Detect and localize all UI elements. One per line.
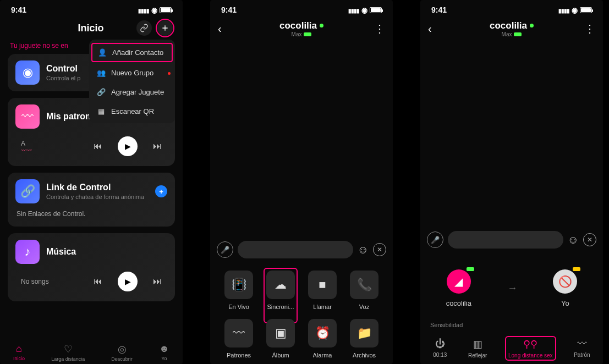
link-note: Sin Enlaces de Control.	[15, 208, 167, 220]
wifi-icon	[151, 5, 157, 14]
pattern-icon: 〰	[224, 319, 253, 348]
online-dot-icon	[320, 24, 323, 27]
wifi-icon	[572, 5, 578, 14]
more-button[interactable]: ⋮	[372, 22, 385, 35]
action-patterns[interactable]: 〰 Patrones	[220, 319, 257, 359]
dropdown-add-toy-label: Agregar Juguete	[111, 88, 164, 96]
more-button[interactable]: ⋮	[582, 22, 595, 35]
prev-button[interactable]: ⏮	[94, 141, 102, 151]
remote-user: ◢ cocolilia	[446, 269, 471, 307]
screen-chat: 9:41 ‹ cocolilia Max ⋮ 🎤 ☺ ✕	[210, 0, 393, 364]
nav-long-distance[interactable]: ♡ Larga distancia	[51, 343, 85, 362]
link-title: Link de Control	[46, 183, 149, 192]
user-pair: ◢ cocolilia → 🚫 Yo	[428, 264, 595, 311]
alarm-icon: ⏰	[308, 319, 337, 348]
local-user-label: Yo	[561, 299, 569, 307]
dropdown-add-contact[interactable]: 👤 Añadir Contacto	[91, 43, 173, 62]
bottom-nav: ⌂ Inicio ♡ Larga distancia ◎ Descubrir ☻…	[0, 340, 183, 364]
status-icons	[348, 5, 382, 14]
signal-icon	[348, 5, 359, 14]
link-icon-button[interactable]	[136, 20, 152, 36]
chat-header: ‹ cocolilia Max ⋮	[420, 16, 603, 41]
next-button[interactable]: ⏭	[153, 141, 162, 151]
session-pattern-label: Patrón	[574, 352, 590, 358]
action-call[interactable]: ■ Llamar	[304, 271, 341, 310]
plus-button[interactable]	[157, 20, 173, 36]
plus-dropdown: 👤 Añadir Contacto 👥 Nuevo Grupo 🔗 Agrega…	[89, 40, 175, 123]
folder-icon: 📁	[350, 319, 378, 348]
chat-body[interactable]	[210, 41, 393, 236]
home-icon: ⌂	[16, 343, 22, 355]
nav-discover[interactable]: ◎ Descubrir	[111, 343, 133, 362]
chat-device-label: Max	[292, 31, 302, 37]
session-bottom-bar: ⏻ 00:13 ▥ Reflejar ⚲⚲ Long distance sex …	[420, 332, 603, 364]
action-alarm[interactable]: ⏰ Alarma	[304, 319, 341, 359]
emoji-button[interactable]: ☺	[358, 244, 369, 256]
music-prev-button[interactable]: ⏮	[94, 277, 102, 286]
battery-bar-icon	[514, 32, 522, 36]
wifi-icon	[361, 5, 367, 14]
action-alarm-label: Alarma	[313, 352, 332, 359]
music-track-label: No songs	[21, 278, 49, 285]
add-link-button[interactable]: +	[155, 185, 167, 197]
music-next-button[interactable]: ⏭	[153, 277, 162, 286]
remote-user-label: cocolilia	[446, 299, 471, 307]
control-link-card[interactable]: 🔗 Link de Control Controla y chatea de f…	[8, 173, 175, 227]
message-input[interactable]	[448, 231, 563, 249]
emoji-button[interactable]: ☺	[568, 234, 579, 246]
back-button[interactable]: ‹	[428, 23, 441, 35]
back-button[interactable]: ‹	[218, 23, 231, 35]
image-icon: ▣	[266, 319, 295, 348]
phone-icon: 📞	[350, 271, 378, 299]
action-patterns-label: Patrones	[227, 352, 251, 359]
action-grid: 📳 En Vivo ☁ Sincroni... ■ Llamar 📞 Voz	[210, 263, 393, 364]
dropdown-scan-qr-label: Escanear QR	[111, 107, 154, 115]
chat-device: Max	[441, 31, 582, 37]
remote-avatar[interactable]: ◢	[447, 269, 471, 294]
nav-home[interactable]: ⌂ Inicio	[13, 343, 25, 362]
status-icons	[558, 5, 592, 14]
dropdown-add-contact-label: Añadir Contacto	[112, 48, 163, 57]
close-button[interactable]: ✕	[583, 233, 596, 246]
chat-title: cocolilia	[279, 20, 323, 31]
page-title: Inicio	[45, 23, 136, 34]
mic-button[interactable]: 🎤	[427, 231, 443, 248]
action-call-label: Llamar	[313, 304, 332, 310]
chat-name: cocolilia	[279, 20, 317, 31]
chat-header: ‹ cocolilia Max ⋮	[210, 16, 393, 41]
action-voice[interactable]: 📞 Voz	[345, 271, 383, 310]
action-sync[interactable]: ☁ Sincroni...	[262, 271, 299, 310]
session-long-distance[interactable]: ⚲⚲ Long distance sex	[505, 336, 556, 361]
music-icon: ♪	[15, 240, 40, 264]
status-bar: 9:41	[420, 0, 603, 16]
chat-title: cocolilia	[490, 20, 534, 31]
nav-long-distance-label: Larga distancia	[51, 356, 85, 362]
mic-button[interactable]: 🎤	[217, 241, 233, 258]
music-play-button[interactable]: ▶	[118, 272, 138, 291]
cloud-sync-icon: ☁	[266, 271, 295, 299]
link-icon: 🔗	[15, 179, 40, 203]
session-mirror[interactable]: ▥ Reflejar	[465, 336, 490, 361]
play-button[interactable]: ▶	[118, 136, 138, 156]
group-icon: 👥	[97, 69, 106, 77]
action-voice-label: Voz	[359, 304, 369, 310]
action-live[interactable]: 📳 En Vivo	[220, 271, 257, 310]
session-pattern[interactable]: 〰 Patrón	[570, 336, 593, 361]
nav-me[interactable]: ☻ Yo	[159, 343, 169, 362]
dropdown-new-group[interactable]: 👥 Nuevo Grupo	[89, 63, 175, 82]
close-actions-button[interactable]: ✕	[373, 243, 386, 256]
dropdown-add-toy[interactable]: 🔗 Agregar Juguete	[89, 82, 175, 102]
dropdown-scan-qr[interactable]: ▦ Escanear QR	[89, 102, 175, 121]
input-row: 🎤 ☺ ✕	[210, 236, 393, 263]
session-timer[interactable]: ⏻ 00:13	[430, 336, 450, 361]
music-card[interactable]: ♪ Música No songs ⏮ ▶ ⏭	[8, 233, 175, 301]
local-avatar[interactable]: 🚫	[553, 269, 577, 294]
action-files[interactable]: 📁 Archivos	[345, 319, 383, 359]
compass-icon: ◎	[118, 343, 127, 355]
sensitivity-label: Sensibilidad	[430, 322, 593, 328]
mirror-icon: ▥	[473, 338, 482, 350]
power-icon: ⏻	[435, 338, 445, 350]
message-input[interactable]	[238, 241, 353, 258]
signal-icon	[138, 5, 149, 14]
action-album[interactable]: ▣ Álbum	[262, 319, 299, 359]
